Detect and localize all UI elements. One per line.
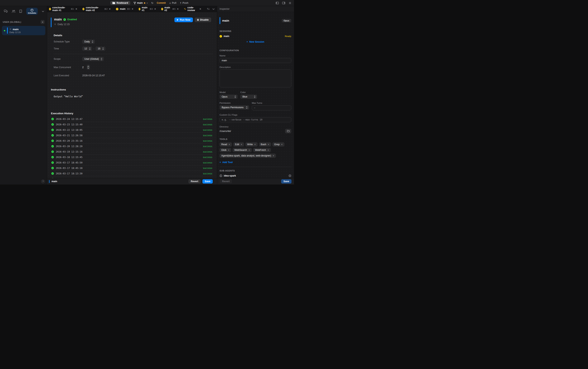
hour-select[interactable]: 12 <box>82 47 92 51</box>
history-row[interactable]: ✓ 2026-03-17 18:13:30 success <box>51 171 213 176</box>
remove-tool-icon[interactable]: ✕ <box>281 143 283 146</box>
history-timestamp: 2026-03-20 23:35:16 <box>56 140 82 142</box>
new-session-button[interactable]: +New Session <box>246 41 264 43</box>
history-row[interactable]: ✓ 2026-03-20 23:35:16 success <box>51 138 213 144</box>
scope-section-label: USER (GLOBAL) <box>3 21 21 23</box>
browse-directory-button[interactable] <box>285 129 291 133</box>
save-button[interactable]: Save <box>202 179 213 184</box>
cli-flags-input[interactable] <box>220 117 291 122</box>
schedule-type-label: Schedule Type <box>54 40 82 43</box>
history-row[interactable]: ✓ 2026-03-17 12:15:35 success <box>51 176 213 178</box>
nav-chats-button[interactable] <box>4 10 8 13</box>
refresh-button[interactable]: ↻ <box>151 1 153 4</box>
session-tab[interactable]: ✓ ✎ code-review ✕ <box>184 6 201 12</box>
push-button[interactable]: ↑Push <box>180 1 188 4</box>
nav-agents-button[interactable] <box>12 10 15 13</box>
tool-chip[interactable]: WebSearch ✕ <box>233 148 252 152</box>
remove-tool-icon[interactable]: ✕ <box>228 149 229 151</box>
project-pill[interactable]: flowboard <box>110 1 130 5</box>
permission-select[interactable]: Bypass Permissions <box>220 105 249 110</box>
revert-button[interactable]: Revert <box>188 179 201 184</box>
play-icon <box>177 19 178 21</box>
tool-chip[interactable]: Write ✕ <box>245 142 258 146</box>
toggle-right-panel-button[interactable] <box>282 2 285 4</box>
right-panel-icon <box>282 2 285 4</box>
remove-subagent-button[interactable]: ✕ <box>289 174 291 177</box>
session-tab[interactable]: ✓ ✎ concloude-main #2 ⌘2 ✕ <box>82 6 111 12</box>
directory-path: /Users/riki/ <box>220 130 231 133</box>
inspector-save-button[interactable]: Save <box>281 179 292 184</box>
history-row[interactable]: ✓ 2026-03-19 12:15:16 success <box>51 149 213 154</box>
add-schedule-button[interactable]: + <box>41 20 45 24</box>
scope-select[interactable]: User (Global) <box>82 57 104 61</box>
tab-close-button[interactable]: ✕ <box>177 8 179 10</box>
tab-close-button[interactable]: ✕ <box>199 8 201 10</box>
history-row[interactable]: ✓ 2026-03-21 12:26:58 success <box>51 133 213 138</box>
sort-tabs-button[interactable]: ↑↓ <box>206 8 209 10</box>
success-check-icon: ✓ <box>51 167 54 169</box>
chevron-down-icon <box>42 11 44 12</box>
remove-tool-icon[interactable]: ✕ <box>228 143 230 146</box>
max-concurrent-stepper[interactable] <box>87 65 90 70</box>
session-tab[interactable]: ✓ ✎ main #1 ⌘4 ✕ <box>139 6 156 12</box>
tool-chip[interactable]: WebFetch ✕ <box>253 148 271 152</box>
description-input[interactable] <box>220 70 291 87</box>
subagent-row[interactable]: idea-spark ✕ <box>220 174 291 177</box>
history-row[interactable]: ✓ 2026-03-17 18:45:50 success <box>51 160 213 165</box>
disable-button[interactable]: Disable <box>195 18 211 22</box>
tool-chip[interactable]: Read ✕ <box>220 142 232 146</box>
history-timestamp: 2026-03-19 12:15:16 <box>56 150 82 153</box>
chevron-up-down-icon <box>254 96 255 98</box>
tab-label: concloude-main #2 <box>86 6 103 12</box>
color-select[interactable]: Blue <box>240 95 257 99</box>
name-input[interactable] <box>220 58 291 63</box>
nav-schedules-tab[interactable]: Schedules <box>26 8 38 15</box>
tab-close-button[interactable]: ✕ <box>154 8 156 10</box>
session-row[interactable]: ✓ main Ready <box>220 35 291 38</box>
history-row[interactable]: ✓ 2026-03-23 12:15:40 success <box>51 122 213 127</box>
tool-chip[interactable]: Glob ✕ <box>220 148 231 152</box>
model-select[interactable]: Opus <box>220 95 238 99</box>
session-tab[interactable]: ✓ ✎ main ⌘3 ✕ <box>116 6 133 12</box>
tool-chip[interactable]: Agent(idea-spark, data-analyst, web-desi… <box>220 154 276 158</box>
schedule-type-select[interactable]: Daily <box>82 40 95 44</box>
remove-tool-icon[interactable]: ✕ <box>267 149 269 151</box>
history-row[interactable]: ✓ 2026-03-20 12:28:20 success <box>51 144 213 149</box>
nav-library-button[interactable] <box>19 10 22 13</box>
nav-more-button[interactable] <box>42 11 44 12</box>
success-check-icon: ✓ <box>51 150 54 153</box>
session-tab[interactable]: ✓ ✎ main #2 ⌘5 ✕ <box>161 6 179 12</box>
tool-chip[interactable]: Edit ✕ <box>233 142 244 146</box>
tab-close-button[interactable]: ✕ <box>109 8 111 10</box>
minute-select[interactable]: 15 <box>96 47 105 51</box>
run-now-button[interactable]: Run Now <box>174 18 193 22</box>
tab-label: code-review <box>187 6 198 12</box>
tool-name: Agent(idea-spark, data-analyst, web-desi… <box>221 154 271 157</box>
session-status-icon: ✓ <box>220 35 222 38</box>
remove-tool-icon[interactable]: ✕ <box>272 154 274 157</box>
history-row[interactable]: ✓ 2026-03-18 12:15:45 success <box>51 154 213 160</box>
tool-chip[interactable]: Bash ✕ <box>259 142 271 146</box>
inspector-revert-button[interactable]: Revert <box>220 179 232 184</box>
remove-tool-icon[interactable]: ✕ <box>248 149 250 151</box>
settings-button[interactable] <box>289 1 292 4</box>
toggle-left-panel-button[interactable] <box>276 2 279 4</box>
session-tab[interactable]: ✓ ✎ concloude-main #1 ⌘1 ✕ <box>49 6 77 12</box>
pull-button[interactable]: ↓Pull <box>169 1 176 4</box>
sidebar-item-main-schedule[interactable]: ☼ main Daily 12:15 <box>2 26 45 35</box>
remove-tool-icon[interactable]: ✕ <box>268 143 269 146</box>
commit-button[interactable]: Commit <box>157 1 166 4</box>
tool-chip[interactable]: Grep ✕ <box>272 142 284 146</box>
history-row[interactable]: ✓ 2026-03-22 12:18:05 success <box>51 127 213 133</box>
help-button[interactable]: ? <box>41 180 45 183</box>
max-turns-input[interactable] <box>252 105 291 110</box>
history-row[interactable]: ✓ 2026-03-24 12:15:47 success <box>51 116 213 122</box>
remove-tool-icon[interactable]: ✕ <box>241 143 242 146</box>
tab-close-button[interactable]: ✕ <box>75 8 77 10</box>
history-row[interactable]: ✓ 2026-03-17 18:45:18 success <box>51 165 213 171</box>
branch-switcher[interactable]: main <box>134 1 148 4</box>
add-tool-button[interactable]: +Add Tool <box>220 161 233 164</box>
remove-tool-icon[interactable]: ✕ <box>254 143 256 146</box>
tab-close-button[interactable]: ✕ <box>132 8 133 10</box>
tab-overflow-button[interactable] <box>212 8 215 10</box>
